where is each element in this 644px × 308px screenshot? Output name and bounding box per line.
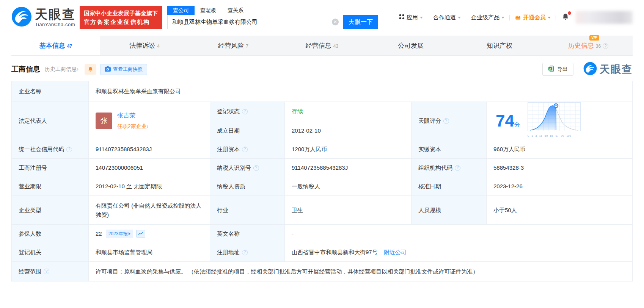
nav-divider [509, 15, 510, 20]
help-icon[interactable]: ? [66, 147, 72, 152]
company-name-label: 企业名称 [12, 81, 88, 102]
tianyancha-swirl-icon [583, 62, 597, 77]
history-business-info-link[interactable]: 历史工商信息› [45, 66, 79, 73]
nav-cooperation[interactable]: 合作通道 [433, 14, 461, 21]
nav-apps-label: 应用 [407, 14, 418, 21]
table-row: 工商注册号 140723000006051 纳税人识别号? 9114072358… [12, 158, 632, 177]
tianyancha-logo[interactable]: 天眼查 TianYanCha.com [11, 6, 76, 28]
staff-size-label: 人员规模 [411, 196, 486, 224]
business-term-value: 2012-02-10 至 无固定期限 [88, 177, 210, 195]
section-header: 工商信息 历史工商信息› 查看工商快照 X [11, 62, 633, 77]
nav-open-vip[interactable]: 开通会员 [515, 14, 551, 21]
page-header: 天眼查 TianYanCha.com 国家中小企业发展子基金旗下 官方备案企业征… [0, 0, 644, 35]
vip-badge: VIP [589, 35, 599, 41]
help-icon[interactable]: ? [44, 269, 49, 274]
tab-business-risk[interactable]: 经营风险 7 [189, 36, 278, 55]
view-snapshot-label: 查看工商快照 [113, 66, 143, 73]
insured-count: 22 [96, 229, 102, 238]
legal-rep-cell: 张 张吉荣 任职2家企业› [88, 102, 210, 140]
help-icon[interactable]: ? [242, 147, 248, 152]
tab-company-development[interactable]: 公司发展 [366, 36, 455, 55]
certification-line1: 国家中小企业发展子基金旗下 [84, 9, 158, 17]
table-row: 经营范围? 许可项目：原料血浆的采集与供应。 （依法须经批准的项目，经相关部门批… [12, 261, 632, 281]
tianyan-score-label: 天眼评分 ? [411, 102, 486, 140]
table-row: 企业名称 和顺县双林生物单采血浆有限公司 [12, 81, 632, 102]
export-label: 导出 [557, 66, 568, 73]
help-icon[interactable]: ? [242, 250, 248, 255]
nav-enterprise-products[interactable]: 企业级产品 [471, 14, 504, 21]
tianyan-score-value: 74分 [486, 102, 632, 140]
monitor-bell-button[interactable] [85, 64, 96, 75]
logo-domain-text: TianYanCha.com [35, 22, 76, 27]
tab-label: 知识产权 [487, 41, 512, 50]
search-tab-company[interactable]: 查公司 [167, 6, 195, 16]
nearby-companies-link[interactable]: 附近公司 [384, 248, 407, 256]
company-type-value: 有限责任公司 (非自然人投资或控股的法人独资) [88, 196, 210, 224]
table-row: 企业类型 有限责任公司 (非自然人投资或控股的法人独资) 行业 卫生 人员规模 … [12, 195, 632, 224]
help-icon[interactable]: ? [443, 118, 449, 124]
crown-icon [515, 14, 521, 21]
address-value-cell: 山西省晋中市和顺县新和大街97号 附近公司 [284, 243, 632, 261]
table-row: 统一社会信用代码? 91140723588543283J 注册资本? 1200万… [12, 140, 632, 158]
table-row: 法定代表人 张 张吉荣 任职2家企业› 登记状态 ? 存续 成立日期 2012-… [12, 102, 632, 140]
chevron-down-icon [501, 17, 504, 19]
notification-bell-icon[interactable] [562, 13, 569, 22]
user-avatar[interactable] [576, 11, 633, 24]
excel-icon: X [548, 66, 554, 73]
tab-label: 基本信息 [39, 41, 65, 50]
tianyancha-swirl-icon [11, 6, 32, 28]
industry-value: 卫生 [284, 196, 411, 224]
tab-count: 47 [67, 44, 72, 49]
tab-label: 经营信息 [306, 41, 331, 50]
reg-capital-value: 1200万人民币 [284, 140, 411, 158]
score-unit: 分 [514, 121, 520, 128]
help-icon[interactable]: ? [253, 165, 259, 171]
clear-search-icon[interactable]: ✕ [332, 19, 339, 25]
score-number: 74 [496, 111, 514, 130]
business-term-label: 营业期限 [12, 177, 88, 195]
search-tab-boss[interactable]: 查老板 [195, 6, 222, 16]
business-info-table: 企业名称 和顺县双林生物单采血浆有限公司 法定代表人 张 张吉荣 任职2家企业›… [11, 81, 633, 281]
trend-chart-icon[interactable] [136, 230, 145, 238]
address-label: 注册地址? [210, 243, 284, 261]
annual-report-tag[interactable]: 2023年报 [106, 230, 134, 238]
insured-value-cell: 22 2023年报 [88, 225, 210, 243]
tab-label: 公司发展 [398, 41, 424, 50]
nav-vip-label: 开通会员 [523, 14, 546, 21]
search-block: 查公司 查老板 查关系 ✕ 天眼一下 [167, 6, 378, 29]
search-submit-button[interactable]: 天眼一下 [343, 15, 378, 29]
nav-cooperation-label: 合作通道 [433, 14, 456, 21]
tab-business-info[interactable]: 经营信息 43 [278, 36, 366, 55]
section-title: 工商信息 [11, 64, 40, 74]
legal-rep-name-link[interactable]: 张吉荣 [117, 111, 148, 120]
table-row: 营业期限 2012-02-10 至 无固定期限 纳税人资质 一般纳税人 核准日期… [12, 177, 632, 195]
tab-basic-info[interactable]: 基本信息 47 [11, 36, 100, 55]
tab-count: 43 [333, 44, 338, 49]
header-nav: 应用 合作通道 企业级产品 开通会员 [399, 11, 633, 24]
tab-count: 36 [596, 44, 601, 49]
credit-code-label: 统一社会信用代码? [12, 140, 88, 158]
tab-count: 4 [157, 44, 160, 49]
chevron-down-icon [420, 17, 423, 19]
legal-rep-avatar: 张 [96, 113, 112, 129]
export-button[interactable]: X 导出 [542, 63, 573, 76]
help-icon[interactable]: ? [603, 43, 608, 49]
tab-legal-proceedings[interactable]: 法律诉讼 4 [100, 36, 189, 55]
table-row: 参保人数 22 2023年报 英文名称 - [12, 224, 632, 243]
search-tab-relation[interactable]: 查关系 [222, 6, 249, 16]
tab-intellectual-property[interactable]: 知识产权 [455, 36, 544, 55]
legal-rep-positions-link[interactable]: 任职2家企业› [117, 122, 148, 131]
view-snapshot-button[interactable]: 查看工商快照 [100, 64, 147, 75]
search-input[interactable] [167, 15, 343, 29]
english-name-value: - [284, 225, 632, 243]
help-icon[interactable]: ? [455, 165, 460, 171]
taxpayer-quality-value: 一般纳税人 [284, 177, 411, 195]
staff-size-value: 小于50人 [486, 196, 632, 224]
nav-apps[interactable]: 应用 [399, 14, 423, 21]
establish-date-label: 成立日期 [210, 121, 284, 140]
help-icon[interactable]: ? [242, 109, 248, 114]
tab-history-info[interactable]: 历史信息 VIP 36 ? [544, 36, 633, 55]
triangle-right-icon [129, 232, 130, 235]
business-scope-value: 许可项目：原料血浆的采集与供应。 （依法须经批准的项目，经相关部门批准后方可开展… [88, 262, 632, 281]
company-tabbar: 基本信息 47 法律诉讼 4 经营风险 7 经营信息 43 公司发展 知识产权 … [11, 36, 633, 56]
